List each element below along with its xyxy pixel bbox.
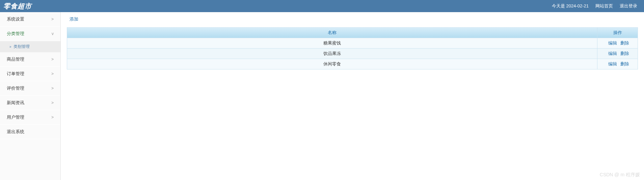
submenu-label: 类别管理 <box>14 44 30 50</box>
col-header-name: 名称 <box>67 28 597 38</box>
menu-news[interactable]: 新闻资讯 > <box>0 96 60 110</box>
cell-name: 休闲零食 <box>67 59 597 69</box>
main-container: 系统设置 > 分类管理 v » 类别管理 商品管理 > 订单管理 > 评价管理 … <box>0 12 644 180</box>
menu-order-manage[interactable]: 订单管理 > <box>0 67 60 81</box>
menu-user-manage[interactable]: 用户管理 > <box>0 110 60 125</box>
today-date: 今天是 2024-02-21 <box>552 3 589 9</box>
menu-label: 用户管理 <box>7 114 24 120</box>
menu-product-manage[interactable]: 商品管理 > <box>0 52 60 67</box>
logout-link[interactable]: 退出登录 <box>620 3 637 9</box>
top-header: 零食超市 今天是 2024-02-21 网站首页 退出登录 <box>0 0 644 12</box>
menu-system-settings[interactable]: 系统设置 > <box>0 12 60 27</box>
watermark: CSDN @ m 程序媛 <box>600 172 640 178</box>
edit-link[interactable]: 编辑 <box>608 61 617 66</box>
cell-actions: 编辑删除 <box>597 49 638 59</box>
cell-actions: 编辑删除 <box>597 38 638 49</box>
menu-category-manage[interactable]: 分类管理 v <box>0 27 60 41</box>
chevron-right-icon: > <box>51 71 54 76</box>
double-chevron-icon: » <box>9 45 11 49</box>
delete-link[interactable]: 删除 <box>620 40 629 46</box>
sidebar: 系统设置 > 分类管理 v » 类别管理 商品管理 > 订单管理 > 评价管理 … <box>0 12 61 180</box>
chevron-right-icon: > <box>51 100 54 105</box>
cell-name: 饮品果冻 <box>67 49 597 59</box>
menu-label: 分类管理 <box>7 31 24 37</box>
submenu-category-types[interactable]: » 类别管理 <box>0 41 60 52</box>
edit-link[interactable]: 编辑 <box>608 40 617 46</box>
home-link[interactable]: 网站首页 <box>595 3 613 9</box>
table-row: 糖果蜜饯编辑删除 <box>67 38 638 49</box>
chevron-right-icon: > <box>51 57 54 62</box>
edit-link[interactable]: 编辑 <box>608 51 617 56</box>
chevron-right-icon: > <box>51 17 54 22</box>
menu-label: 商品管理 <box>7 56 24 62</box>
table-row: 休闲零食编辑删除 <box>67 59 638 69</box>
cell-actions: 编辑删除 <box>597 59 638 69</box>
chevron-down-icon: v <box>52 31 54 36</box>
chevron-right-icon: > <box>51 115 54 120</box>
table-header-row: 名称 操作 <box>67 28 638 38</box>
chevron-right-icon: > <box>51 86 54 91</box>
menu-label: 订单管理 <box>7 71 24 77</box>
menu-label: 退出系统 <box>7 129 24 135</box>
menu-label: 新闻资讯 <box>7 100 24 106</box>
table-row: 饮品果冻编辑删除 <box>67 49 638 59</box>
menu-label: 评价管理 <box>7 85 24 91</box>
menu-review-manage[interactable]: 评价管理 > <box>0 81 60 96</box>
category-table: 名称 操作 糖果蜜饯编辑删除饮品果冻编辑删除休闲零食编辑删除 <box>67 27 638 69</box>
cell-name: 糖果蜜饯 <box>67 38 597 49</box>
delete-link[interactable]: 删除 <box>620 61 629 66</box>
add-button[interactable]: 添加 <box>67 16 78 22</box>
menu-exit-system[interactable]: 退出系统 <box>0 125 60 139</box>
col-header-action: 操作 <box>597 28 638 38</box>
delete-link[interactable]: 删除 <box>620 51 629 56</box>
content-area: 添加 名称 操作 糖果蜜饯编辑删除饮品果冻编辑删除休闲零食编辑删除 <box>61 12 644 180</box>
header-right: 今天是 2024-02-21 网站首页 退出登录 <box>552 3 637 9</box>
site-logo: 零食超市 <box>3 2 32 11</box>
menu-label: 系统设置 <box>7 16 24 22</box>
